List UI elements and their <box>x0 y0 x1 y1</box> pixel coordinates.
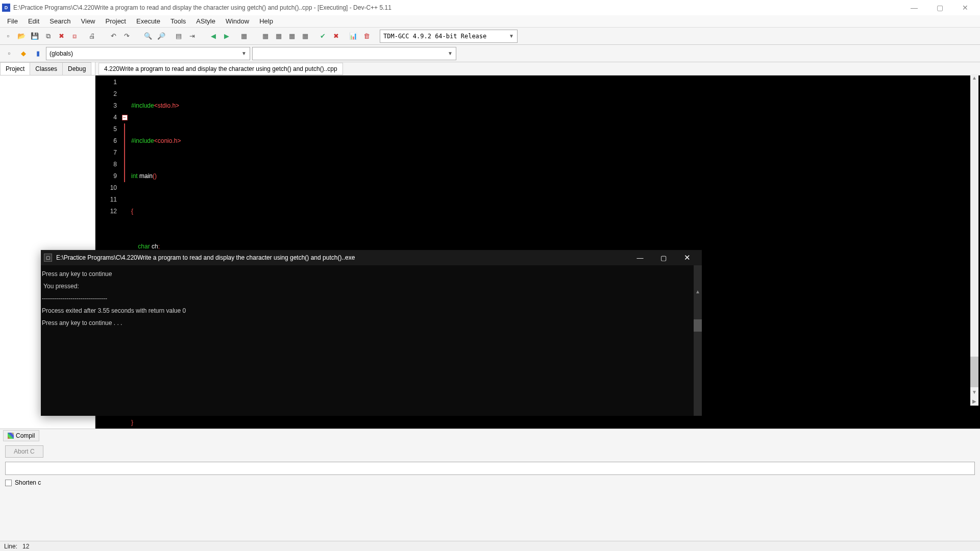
console-icon: ▢ <box>44 254 52 262</box>
back-icon[interactable]: ◀ <box>207 30 219 42</box>
delete-profile-icon[interactable]: 🗑 <box>360 30 373 42</box>
forward-icon[interactable]: ▶ <box>220 30 233 42</box>
clean-icon[interactable]: ✖ <box>330 30 342 42</box>
compiler-select[interactable]: TDM-GCC 4.9.2 64-bit Release ▼ <box>380 30 518 43</box>
insert-icon[interactable]: ◆ <box>17 47 30 60</box>
menu-execute[interactable]: Execute <box>131 16 165 27</box>
scroll-thumb[interactable] <box>970 357 978 387</box>
tab-compile-log[interactable]: Compil <box>3 430 39 441</box>
undo-icon[interactable]: ↶ <box>107 30 119 42</box>
chevron-down-icon: ▼ <box>509 33 514 39</box>
bookmark-icon[interactable]: ▦ <box>238 30 250 42</box>
toggle-icon[interactable]: ▮ <box>32 47 44 60</box>
menu-project[interactable]: Project <box>101 16 131 27</box>
fold-minus-icon[interactable]: − <box>122 115 128 120</box>
menu-view[interactable]: View <box>76 16 101 27</box>
menu-tools[interactable]: Tools <box>165 16 191 27</box>
print-icon[interactable]: 🖨 <box>86 30 98 42</box>
menu-astyle[interactable]: AStyle <box>191 16 220 27</box>
goto-icon[interactable]: ▤ <box>173 30 185 42</box>
toolbar-main: ▫ 📂 💾 ⧉ ✖ ⧈ 🖨 ↶ ↷ 🔍 🔎 ▤ ⇥ ◀ ▶ ▦ ▦ ▦ ▦ ▦ … <box>0 28 980 45</box>
tab-project[interactable]: Project <box>0 62 30 75</box>
menu-file[interactable]: File <box>2 16 23 27</box>
maximize-button[interactable]: ▢ <box>932 4 947 12</box>
console-minimize-button[interactable]: — <box>628 250 652 265</box>
menu-edit[interactable]: Edit <box>23 16 44 27</box>
console-output[interactable]: Press any key to continue You pressed: -… <box>41 265 702 416</box>
open-file-icon[interactable]: 📂 <box>15 30 28 42</box>
run-icon[interactable]: ▦ <box>273 30 285 42</box>
redo-icon[interactable]: ↷ <box>120 30 133 42</box>
toolbar-scope: ▫ ◆ ▮ (globals) ▼ ▼ <box>0 45 980 62</box>
console-close-button[interactable]: ✕ <box>675 250 699 265</box>
goto-line-icon[interactable]: ⇥ <box>186 30 198 42</box>
tab-debug[interactable]: Debug <box>62 62 91 75</box>
console-maximize-button[interactable]: ▢ <box>652 250 675 265</box>
editor-scrollbar[interactable]: ▲ ▼ ▶ <box>970 74 978 406</box>
check-icon[interactable]: ✔ <box>316 30 329 42</box>
close-button[interactable]: ✕ <box>958 4 973 12</box>
scroll-thumb[interactable] <box>694 319 702 332</box>
new-file-icon[interactable]: ▫ <box>2 30 14 42</box>
scroll-up-icon[interactable]: ▲ <box>694 288 702 296</box>
chevron-down-icon: ▼ <box>448 51 453 56</box>
grid-icon <box>8 433 14 439</box>
compile-run-icon[interactable]: ▦ <box>286 30 298 42</box>
find-icon[interactable]: 🔍 <box>142 30 154 42</box>
window-title: E:\Practice Programs\C\4.220Write a prog… <box>13 4 906 11</box>
new-class-icon[interactable]: ▫ <box>3 47 15 60</box>
document-tab-active[interactable]: 4.220Write a program to read and display… <box>99 63 343 75</box>
member-select[interactable]: ▼ <box>252 47 456 60</box>
checkbox-icon <box>5 480 12 486</box>
console-window: ▢ E:\Practice Programs\C\4.220Write a pr… <box>41 250 702 416</box>
log-input[interactable] <box>5 462 975 475</box>
chevron-down-icon: ▼ <box>241 51 247 56</box>
save-all-icon[interactable]: ⧉ <box>42 30 54 42</box>
output-panel: Compil Abort C Shorten c <box>0 429 980 541</box>
console-title-text: E:\Practice Programs\C\4.220Write a prog… <box>56 254 628 261</box>
scroll-down-icon[interactable]: ▼ <box>970 388 978 396</box>
console-titlebar[interactable]: ▢ E:\Practice Programs\C\4.220Write a pr… <box>41 250 702 265</box>
menubar: File Edit Search View Project Execute To… <box>0 15 980 28</box>
scope-select[interactable]: (globals) ▼ <box>46 47 250 60</box>
abort-button[interactable]: Abort C <box>5 445 43 458</box>
replace-icon[interactable]: 🔎 <box>155 30 167 42</box>
scroll-right-icon[interactable]: ▶ <box>970 397 978 406</box>
menu-help[interactable]: Help <box>254 16 278 27</box>
status-bar: Line: 12 <box>0 541 980 551</box>
scope-select-label: (globals) <box>50 50 73 57</box>
rebuild-icon[interactable]: ▦ <box>299 30 311 42</box>
tab-compile-log-label: Compil <box>16 432 35 439</box>
menu-window[interactable]: Window <box>220 16 254 27</box>
shorten-checkbox[interactable]: Shorten c <box>5 479 975 486</box>
compile-icon[interactable]: ▦ <box>259 30 272 42</box>
status-line-value: 12 <box>22 543 29 550</box>
tab-classes[interactable]: Classes <box>30 62 63 75</box>
save-icon[interactable]: 💾 <box>29 30 41 42</box>
profile-icon[interactable]: 📊 <box>347 30 359 42</box>
close-file-icon[interactable]: ✖ <box>55 30 67 42</box>
menu-search[interactable]: Search <box>44 16 76 27</box>
console-scrollbar[interactable]: ▲ <box>694 265 702 416</box>
minimize-button[interactable]: — <box>906 4 922 12</box>
app-icon: D <box>2 4 10 12</box>
document-tabs: 4.220Write a program to read and display… <box>95 62 980 76</box>
window-titlebar: D E:\Practice Programs\C\4.220Write a pr… <box>0 0 980 15</box>
status-line-label: Line: <box>4 543 17 550</box>
shorten-label: Shorten c <box>15 479 41 486</box>
scroll-up-icon[interactable]: ▲ <box>970 74 978 82</box>
close-all-icon[interactable]: ⧈ <box>68 30 81 42</box>
compiler-select-label: TDM-GCC 4.9.2 64-bit Release <box>383 33 486 40</box>
